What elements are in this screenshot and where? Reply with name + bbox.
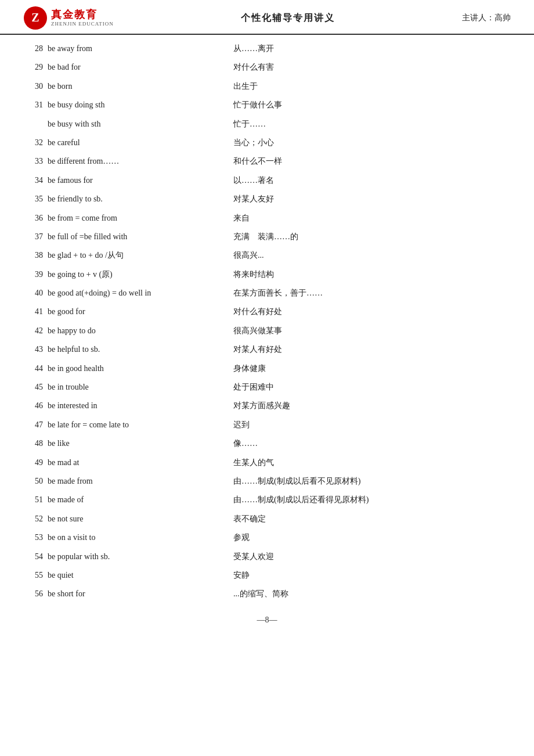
logo-area: Z 真金教育 ZHENJIN EDUCATION [23, 6, 114, 30]
logo-en: ZHENJIN EDUCATION [51, 21, 114, 27]
row-english: be like [45, 434, 231, 453]
table-row: 34be famous for以……著名 [23, 171, 511, 190]
row-number: 46 [23, 397, 45, 415]
table-row: 52be not sure表不确定 [23, 510, 511, 528]
table-row: 39be going to + v (原)将来时结构 [23, 265, 511, 284]
row-number [23, 115, 45, 134]
vocab-table: 28be away from从……离开29be bad for对什么有害30be… [23, 39, 511, 604]
table-row: 45be in trouble处于困难中 [23, 378, 511, 397]
row-chinese: 迟到 [231, 416, 511, 434]
table-row: 47be late for = come late to迟到 [23, 416, 511, 434]
table-row: 28be away from从……离开 [23, 39, 511, 58]
row-chinese: 以……著名 [231, 171, 511, 190]
row-number: 49 [23, 453, 45, 472]
row-english: be mad at [45, 453, 231, 472]
row-chinese: 对某方面感兴趣 [231, 397, 511, 415]
row-english: be not sure [45, 510, 231, 528]
row-chinese: 充满 装满……的 [231, 228, 511, 246]
table-row: 46be interested in对某方面感兴趣 [23, 397, 511, 415]
table-row: 55be quiet安静 [23, 566, 511, 585]
row-chinese: 表不确定 [231, 510, 511, 528]
row-english: be good at(+doing) = do well in [45, 284, 231, 303]
row-chinese: 在某方面善长，善于…… [231, 284, 511, 303]
row-chinese: 和什么不一样 [231, 152, 511, 171]
row-english: be famous for [45, 171, 231, 190]
row-chinese: 受某人欢迎 [231, 548, 511, 566]
row-number: 47 [23, 416, 45, 434]
row-chinese: 将来时结构 [231, 265, 511, 284]
row-number: 48 [23, 434, 45, 453]
row-english: be good for [45, 303, 231, 321]
table-row: 43be helpful to sb.对某人有好处 [23, 340, 511, 359]
row-chinese: 对什么有好处 [231, 303, 511, 321]
row-chinese: 忙于做什么事 [231, 96, 511, 114]
row-chinese: 很高兴... [231, 246, 511, 265]
row-number: 50 [23, 472, 45, 491]
row-number: 34 [23, 171, 45, 190]
table-row: 49be mad at生某人的气 [23, 453, 511, 472]
row-number: 32 [23, 134, 45, 152]
row-english: be made from [45, 472, 231, 491]
row-chinese: 很高兴做某事 [231, 322, 511, 340]
row-english: be happy to do [45, 322, 231, 340]
header-author: 主讲人：高帅 [462, 13, 511, 23]
row-number: 30 [23, 77, 45, 96]
row-number: 35 [23, 190, 45, 208]
table-row: 48be like像…… [23, 434, 511, 453]
table-row: 42be happy to do很高兴做某事 [23, 322, 511, 340]
row-number: 29 [23, 58, 45, 77]
row-english: be in good health [45, 359, 231, 378]
row-chinese: 身体健康 [231, 359, 511, 378]
logo-icon: Z [23, 6, 48, 30]
row-chinese: 从……离开 [231, 39, 511, 58]
row-english: be careful [45, 134, 231, 152]
table-row: 37be full of =be filled with充满 装满……的 [23, 228, 511, 246]
table-row: 44be in good health身体健康 [23, 359, 511, 378]
table-row: 35be friendly to sb.对某人友好 [23, 190, 511, 208]
row-chinese: 由……制成(制成以后看不见原材料) [231, 472, 511, 491]
table-row: 41be good for对什么有好处 [23, 303, 511, 321]
content-area: 28be away from从……离开29be bad for对什么有害30be… [0, 35, 534, 642]
logo-text: 真金教育 ZHENJIN EDUCATION [51, 9, 114, 27]
svg-text:Z: Z [31, 11, 39, 24]
row-number: 51 [23, 491, 45, 509]
row-chinese: 对什么有害 [231, 58, 511, 77]
row-english: be busy with sth [45, 115, 231, 134]
row-number: 52 [23, 510, 45, 528]
row-chinese: 当心；小心 [231, 134, 511, 152]
row-english: be different from…… [45, 152, 231, 171]
row-chinese: 像…… [231, 434, 511, 453]
row-chinese: 对某人友好 [231, 190, 511, 208]
row-number: 45 [23, 378, 45, 397]
row-chinese: 生某人的气 [231, 453, 511, 472]
row-english: be interested in [45, 397, 231, 415]
row-chinese: 安静 [231, 566, 511, 585]
row-chinese: 出生于 [231, 77, 511, 96]
row-english: be born [45, 77, 231, 96]
row-english: be bad for [45, 58, 231, 77]
row-number: 31 [23, 96, 45, 114]
row-english: be late for = come late to [45, 416, 231, 434]
table-row: 33be different from……和什么不一样 [23, 152, 511, 171]
row-chinese: 对某人有好处 [231, 340, 511, 359]
row-number: 55 [23, 566, 45, 585]
row-english: be going to + v (原) [45, 265, 231, 284]
table-row: 30be born出生于 [23, 77, 511, 96]
row-number: 28 [23, 39, 45, 58]
row-number: 38 [23, 246, 45, 265]
table-row: 38be glad + to + do /从句很高兴... [23, 246, 511, 265]
row-number: 54 [23, 548, 45, 566]
row-chinese: 由……制成(制成以后还看得见原材料) [231, 491, 511, 509]
table-row: 51be made of由……制成(制成以后还看得见原材料) [23, 491, 511, 509]
row-english: be helpful to sb. [45, 340, 231, 359]
header-title: 个性化辅导专用讲义 [241, 12, 335, 24]
row-number: 56 [23, 585, 45, 603]
table-row: 32be careful当心；小心 [23, 134, 511, 152]
row-chinese: 来自 [231, 209, 511, 228]
row-chinese: 参观 [231, 528, 511, 547]
row-english: be on a visit to [45, 528, 231, 547]
row-english: be short for [45, 585, 231, 603]
row-english: be from = come from [45, 209, 231, 228]
row-number: 36 [23, 209, 45, 228]
row-english: be friendly to sb. [45, 190, 231, 208]
